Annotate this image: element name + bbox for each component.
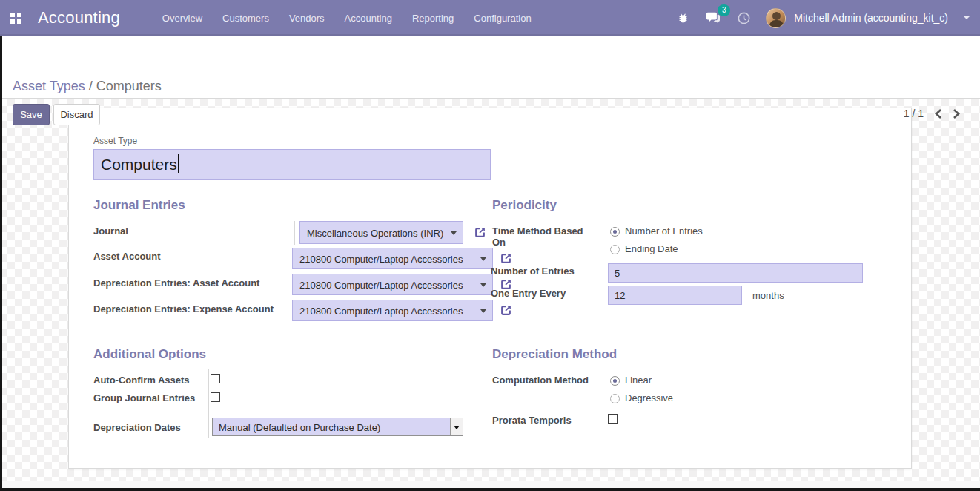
discard-button[interactable]: Discard xyxy=(53,104,100,125)
radio-number-of-entries[interactable] xyxy=(610,227,620,237)
pager-previous-icon[interactable] xyxy=(934,108,942,119)
chevron-down-icon xyxy=(964,16,970,19)
group-journal-checkbox[interactable] xyxy=(211,392,220,402)
pager-value: 1 / 1 xyxy=(904,108,924,119)
radio-degressive-label: Degressive xyxy=(625,392,673,403)
radio-degressive[interactable] xyxy=(610,394,620,403)
number-of-entries-label: Number of Entries xyxy=(491,266,575,277)
section-depreciation-method: Depreciation Method xyxy=(492,347,617,362)
separator-line xyxy=(603,221,603,307)
auto-confirm-label: Auto-Confirm Assets xyxy=(93,375,190,386)
message-count-badge: 3 xyxy=(718,4,730,16)
separator-line xyxy=(208,369,209,438)
dep-expense-account-select[interactable]: 210800 Computer/Laptop Accessories xyxy=(292,300,493,321)
journal-label: Journal xyxy=(93,225,128,237)
bottom-edge xyxy=(0,488,980,491)
section-periodicity: Periodicity xyxy=(492,198,557,213)
debug-bug-icon[interactable] xyxy=(675,10,691,26)
dep-asset-account-external-link-icon[interactable] xyxy=(500,278,512,291)
radio-linear[interactable] xyxy=(610,376,620,386)
one-entry-every-input[interactable] xyxy=(608,286,742,305)
section-journal-entries: Journal Entries xyxy=(93,198,185,213)
section-additional-options: Additional Options xyxy=(93,347,206,362)
separator-line xyxy=(603,369,603,430)
asset-type-label: Asset Type xyxy=(93,136,137,146)
menu-overview[interactable]: Overview xyxy=(162,13,202,24)
bottom-strip xyxy=(0,481,980,488)
auto-confirm-checkbox[interactable] xyxy=(211,374,220,383)
months-unit-label: months xyxy=(752,290,784,301)
apps-grid-icon[interactable] xyxy=(10,13,21,24)
pager: 1 / 1 xyxy=(904,108,961,119)
breadcrumb-asset-types[interactable]: Asset Types xyxy=(13,79,85,93)
group-journal-label: Group Journal Entries xyxy=(93,392,197,403)
dropdown-caret-icon xyxy=(451,231,457,235)
dropdown-caret-icon xyxy=(480,257,486,261)
app-name: Accounting xyxy=(38,8,120,27)
asset-type-input[interactable]: Computers xyxy=(93,149,491,180)
breadcrumb-current: Computers xyxy=(96,79,162,93)
breadcrumb: Asset Types / Computers xyxy=(13,79,162,94)
journal-select[interactable]: Miscellaneous Operations (INR) xyxy=(299,221,463,244)
dropdown-caret-icon xyxy=(480,283,486,287)
dropdown-caret-icon xyxy=(480,309,486,313)
activities-clock-icon[interactable] xyxy=(735,10,752,26)
pager-next-icon[interactable] xyxy=(953,108,961,119)
dep-asset-account-label: Depreciation Entries: Asset Account xyxy=(93,277,259,289)
control-panel: Asset Types / Computers Save Discard 1 /… xyxy=(0,36,980,99)
prorata-temporis-label: Prorata Temporis xyxy=(492,415,572,426)
asset-account-select[interactable]: 210800 Computer/Laptop Accessories xyxy=(292,248,493,269)
user-name: Mitchell Admin (accounting_kit_c) xyxy=(794,12,948,24)
user-menu[interactable] xyxy=(766,10,786,26)
prorata-temporis-checkbox[interactable] xyxy=(608,414,618,424)
number-of-entries-input[interactable] xyxy=(608,263,863,283)
menu-configuration[interactable]: Configuration xyxy=(474,13,531,24)
dropdown-button-icon xyxy=(450,418,463,435)
dep-asset-account-select[interactable]: 210800 Computer/Laptop Accessories xyxy=(292,274,493,295)
messages-icon[interactable]: 3 xyxy=(705,10,721,26)
dep-expense-account-label: Depreciation Entries: Expense Account xyxy=(93,303,274,314)
radio-ending-date[interactable] xyxy=(610,245,620,254)
menu-accounting[interactable]: Accounting xyxy=(345,13,392,24)
avatar xyxy=(766,8,786,28)
time-method-label: Time Method Based On xyxy=(492,225,585,248)
separator-line xyxy=(294,221,295,245)
main-menu: Overview Customers Vendors Accounting Re… xyxy=(162,13,532,24)
asset-account-label: Asset Account xyxy=(93,251,161,262)
computation-method-label: Computation Method xyxy=(492,375,589,386)
dep-expense-account-external-link-icon[interactable] xyxy=(500,304,512,317)
journal-external-link-icon[interactable] xyxy=(474,226,486,239)
left-edge xyxy=(0,36,2,491)
breadcrumb-separator: / xyxy=(85,79,96,93)
form-sheet: Asset Type Computers Journal Entries Jou… xyxy=(68,108,912,469)
radio-number-of-entries-label: Number of Entries xyxy=(625,225,703,237)
menu-customers[interactable]: Customers xyxy=(222,13,269,24)
top-navbar: Accounting Overview Customers Vendors Ac… xyxy=(0,0,980,36)
asset-account-external-link-icon[interactable] xyxy=(500,252,512,265)
depreciation-dates-select[interactable]: Manual (Defaulted on Purchase Date) xyxy=(212,418,463,436)
radio-ending-date-label: Ending Date xyxy=(625,243,678,254)
save-button[interactable]: Save xyxy=(13,104,50,125)
menu-vendors[interactable]: Vendors xyxy=(289,13,325,24)
radio-linear-label: Linear xyxy=(625,375,652,386)
text-cursor xyxy=(178,154,179,173)
depreciation-dates-label: Depreciation Dates xyxy=(93,422,181,433)
menu-reporting[interactable]: Reporting xyxy=(412,13,454,24)
